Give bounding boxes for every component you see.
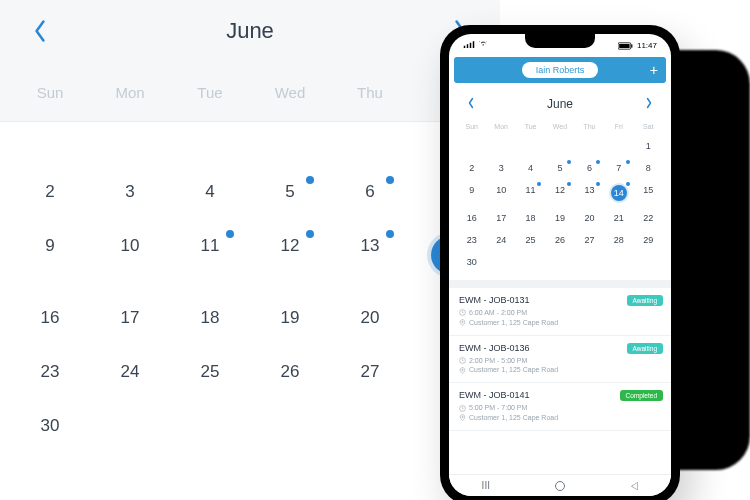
calendar-day[interactable]: 15 (634, 180, 663, 206)
calendar-day[interactable]: 24 (90, 350, 170, 394)
job-time: 5:00 PM - 7:00 PM (459, 403, 661, 413)
nav-recent[interactable]: III (482, 480, 490, 491)
calendar-day[interactable]: 29 (634, 230, 663, 250)
day-header: Wed (250, 84, 330, 101)
calendar-day[interactable]: 26 (545, 230, 574, 250)
calendar-day[interactable]: 20 (330, 296, 410, 340)
calendar-day[interactable]: 27 (575, 230, 604, 250)
calendar-day[interactable]: 17 (486, 208, 515, 228)
calendar-day[interactable]: 10 (486, 180, 515, 206)
app-top-bar: Iain Roberts + (454, 57, 666, 83)
desktop-day-headers: SunMonTueWedThuFri (0, 62, 500, 121)
calendar-day[interactable]: 18 (170, 296, 250, 340)
day-header: Fri (604, 123, 633, 130)
event-dot-icon (226, 230, 234, 238)
calendar-day[interactable]: 19 (250, 296, 330, 340)
calendar-day[interactable]: 28 (604, 230, 633, 250)
day-number: 3 (499, 163, 504, 173)
event-dot-icon (567, 182, 571, 186)
day-number: 19 (555, 213, 565, 223)
calendar-day[interactable]: 9 (10, 224, 90, 286)
job-list: EWM - JOB-01316:00 AM - 2:00 PMCustomer … (449, 288, 671, 431)
calendar-day[interactable]: 2 (457, 158, 486, 178)
phone-frame: 11:47 Iain Roberts + June SunMonTueWedTh… (440, 25, 680, 500)
day-number: 5 (557, 163, 562, 173)
day-number: 26 (281, 362, 300, 381)
calendar-day[interactable]: 3 (90, 170, 170, 214)
day-number: 4 (205, 182, 214, 201)
prev-month-button[interactable] (32, 19, 48, 43)
calendar-day[interactable]: 19 (545, 208, 574, 228)
calendar-day[interactable]: 8 (634, 158, 663, 178)
event-dot-icon (626, 160, 630, 164)
calendar-day[interactable]: 5 (250, 170, 330, 214)
calendar-day[interactable]: 27 (330, 350, 410, 394)
event-dot-icon (596, 182, 600, 186)
calendar-day[interactable]: 22 (634, 208, 663, 228)
day-number: 30 (467, 257, 477, 267)
calendar-day (90, 136, 170, 160)
clock-icon (459, 405, 466, 412)
calendar-day[interactable]: 13 (575, 180, 604, 206)
calendar-day[interactable]: 23 (10, 350, 90, 394)
calendar-day[interactable]: 12 (250, 224, 330, 286)
calendar-day[interactable]: 16 (457, 208, 486, 228)
day-header: Sun (457, 123, 486, 130)
calendar-day[interactable]: 25 (516, 230, 545, 250)
add-button[interactable]: + (650, 63, 658, 77)
day-header: Tue (516, 123, 545, 130)
calendar-day[interactable]: 17 (90, 296, 170, 340)
mobile-next-month[interactable] (645, 95, 653, 113)
nav-home[interactable] (555, 481, 565, 491)
calendar-day[interactable]: 24 (486, 230, 515, 250)
chevron-left-icon (467, 97, 475, 109)
calendar-day[interactable]: 11 (516, 180, 545, 206)
calendar-day[interactable]: 21 (604, 208, 633, 228)
day-number: 4 (528, 163, 533, 173)
day-number: 21 (614, 213, 624, 223)
day-number: 27 (361, 362, 380, 381)
day-number: 15 (643, 185, 653, 195)
calendar-day[interactable]: 23 (457, 230, 486, 250)
calendar-day (457, 136, 486, 156)
job-location: Customer 1, 125 Cape Road (459, 318, 661, 328)
calendar-day[interactable]: 12 (545, 180, 574, 206)
job-card[interactable]: EWM - JOB-01316:00 AM - 2:00 PMCustomer … (449, 288, 671, 336)
user-badge[interactable]: Iain Roberts (522, 62, 599, 78)
calendar-day[interactable]: 1 (634, 136, 663, 156)
day-number: 10 (121, 236, 140, 255)
day-number: 2 (469, 163, 474, 173)
day-number: 27 (584, 235, 594, 245)
calendar-day[interactable]: 30 (10, 404, 90, 448)
calendar-day[interactable]: 13 (330, 224, 410, 286)
calendar-day[interactable]: 11 (170, 224, 250, 286)
mobile-prev-month[interactable] (467, 95, 475, 113)
calendar-day[interactable]: 25 (170, 350, 250, 394)
day-number: 17 (121, 308, 140, 327)
calendar-day[interactable]: 4 (516, 158, 545, 178)
calendar-day[interactable]: 16 (10, 296, 90, 340)
calendar-day[interactable]: 6 (575, 158, 604, 178)
calendar-day[interactable]: 5 (545, 158, 574, 178)
clock-icon (459, 309, 466, 316)
calendar-day[interactable]: 2 (10, 170, 90, 214)
calendar-day[interactable]: 10 (90, 224, 170, 286)
job-card[interactable]: EWM - JOB-01362:00 PM - 5:00 PMCustomer … (449, 336, 671, 384)
calendar-day[interactable]: 14 (604, 180, 633, 206)
calendar-day[interactable]: 30 (457, 252, 486, 272)
calendar-day[interactable]: 26 (250, 350, 330, 394)
calendar-day[interactable]: 4 (170, 170, 250, 214)
calendar-day[interactable]: 3 (486, 158, 515, 178)
calendar-day[interactable]: 6 (330, 170, 410, 214)
day-number: 10 (496, 185, 506, 195)
nav-back[interactable]: ◁ (631, 479, 637, 492)
calendar-day[interactable]: 20 (575, 208, 604, 228)
calendar-day[interactable]: 9 (457, 180, 486, 206)
day-number: 7 (616, 163, 621, 173)
day-header: Thu (575, 123, 604, 130)
pin-icon (459, 414, 466, 421)
job-card[interactable]: EWM - JOB-01415:00 PM - 7:00 PMCustomer … (449, 383, 671, 431)
day-header: Mon (486, 123, 515, 130)
calendar-day[interactable]: 18 (516, 208, 545, 228)
calendar-day[interactable]: 7 (604, 158, 633, 178)
